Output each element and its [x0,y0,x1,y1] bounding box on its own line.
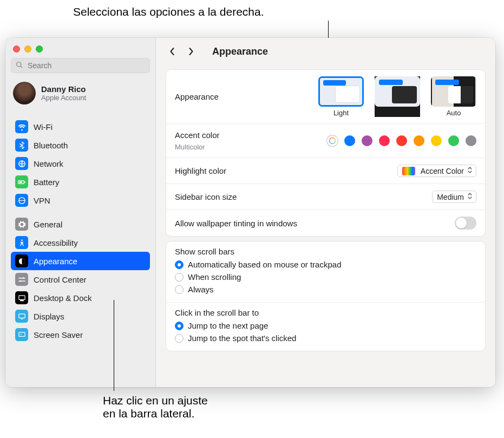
screen-saver-icon [15,328,28,341]
wifi-icon [15,120,28,133]
svg-rect-2 [24,181,25,183]
scrollbars-title: Show scroll bars [166,241,485,258]
svg-point-5 [21,239,23,241]
scrollbars-auto-radio[interactable]: Automatically based on mouse or trackpad [175,258,476,271]
appearance-row: Appearance Light Dark Auto [166,70,485,123]
svg-rect-3 [19,181,22,183]
sidebar: Danny Rico Apple Account Wi‑Fi Bluetooth… [5,38,156,387]
theme-light[interactable]: Light [318,76,364,117]
sidebar-icon-size-select[interactable]: Medium [432,191,476,203]
radio-icon [175,334,184,343]
wallpaper-tinting-row: Allow wallpaper tinting in windows [166,210,485,236]
theme-auto[interactable]: Auto [431,76,476,117]
sidebar-icon-size-label: Sidebar icon size [175,192,237,201]
sidebar-item-label: Control Center [34,275,87,284]
sidebar-item-vpn[interactable]: VPN [11,191,150,210]
settings-window: Danny Rico Apple Account Wi‑Fi Bluetooth… [5,38,495,387]
radio-label: Jump to the spot that's clicked [188,334,296,343]
theme-label: Light [333,109,349,117]
account-row[interactable]: Danny Rico Apple Account [5,79,155,112]
callout-top: Selecciona las opciones a la derecha. [73,5,264,18]
scrollbars-always-radio[interactable]: Always [175,283,476,296]
scrollclick-nextpage-radio[interactable]: Jump to the next page [175,319,476,332]
back-button[interactable] [166,45,179,58]
avatar [13,82,36,104]
minimize-button[interactable] [24,45,31,53]
sidebar-item-label: Battery [34,178,60,187]
content-pane: Appearance Appearance Light Dark [156,38,495,387]
sidebar-item-battery[interactable]: Battery [11,173,150,191]
wallpaper-tinting-toggle[interactable] [455,217,476,230]
highlight-row: Highlight color Accent Color [166,158,485,184]
search-input[interactable] [27,61,145,70]
sidebar-item-label: Appearance [34,257,77,266]
account-name: Danny Rico [41,84,86,94]
accent-label: Accent color [175,130,220,140]
appearance-icon [15,254,28,267]
accessibility-icon [15,236,28,249]
accent-orange[interactable] [414,135,424,146]
sidebar-item-screen-saver[interactable]: Screen Saver [11,325,150,344]
svg-rect-9 [18,295,24,299]
sidebar-list: Wi‑Fi Bluetooth Network Battery VPN [5,112,155,349]
accent-yellow[interactable] [431,135,442,146]
callout-line-top-icon [328,21,329,38]
sidebar-item-label: VPN [34,196,50,205]
radio-icon [175,260,184,269]
scrollbars-scrolling-radio[interactable]: When scrolling [175,271,476,283]
sidebar-item-label: General [34,220,62,229]
accent-sublabel: Multicolor [175,143,220,151]
callout-bottom: Haz clic en un ajuste en la barra latera… [103,394,208,420]
sidebar-item-displays[interactable]: Displays [11,307,150,325]
svg-point-7 [22,277,24,279]
maximize-button[interactable] [36,45,43,53]
highlight-select[interactable]: Accent Color [397,165,476,177]
gear-icon [15,218,28,231]
sidebar-icon-size-row: Sidebar icon size Medium [166,184,485,210]
sliders-icon [15,273,28,286]
toolbar: Appearance [156,38,495,65]
sidebar-item-accessibility[interactable]: Accessibility [11,233,150,252]
accent-green[interactable] [448,135,459,146]
display-icon [15,310,28,323]
sidebar-item-wifi[interactable]: Wi‑Fi [11,117,150,136]
sidebar-item-bluetooth[interactable]: Bluetooth [11,136,150,154]
search-icon [16,61,27,70]
accent-multicolor[interactable] [327,135,338,146]
radio-label: Jump to the next page [188,321,268,330]
scrollclick-spot-radio[interactable]: Jump to the spot that's clicked [175,332,476,344]
sidebar-item-network[interactable]: Network [11,154,150,173]
theme-label: Dark [390,109,404,117]
sidebar-item-desktop-dock[interactable]: Desktop & Dock [11,289,150,307]
accent-red[interactable] [396,135,407,146]
svg-point-8 [19,280,21,282]
svg-rect-10 [19,300,24,301]
svg-point-13 [20,334,21,335]
accent-graphite[interactable] [466,135,476,146]
chevron-updown-icon [467,192,473,201]
accent-pink[interactable] [379,135,390,146]
sidebar-item-label: Bluetooth [34,141,68,150]
sidebar-item-label: Desktop & Dock [34,293,92,303]
accent-purple[interactable] [362,135,372,146]
forward-button[interactable] [184,45,197,58]
callout-line-bottom-icon [114,300,114,391]
accent-row: Accent color Multicolor [166,123,485,158]
radio-icon [175,273,184,282]
close-button[interactable] [13,45,20,53]
highlight-label: Highlight color [175,166,226,175]
page-title: Appearance [212,46,268,57]
svg-rect-11 [18,313,24,318]
radio-icon [175,322,184,330]
radio-label: Always [188,285,214,294]
sidebar-item-control-center[interactable]: Control Center [11,270,150,289]
globe-icon [15,157,28,170]
radio-label: When scrolling [188,272,241,282]
sidebar-item-general[interactable]: General [11,215,150,233]
accent-blue[interactable] [344,135,355,146]
battery-icon [15,175,28,188]
search-field[interactable] [11,58,150,73]
theme-dark[interactable]: Dark [375,76,420,117]
sidebar-item-appearance[interactable]: Appearance [11,252,150,270]
theme-label: Auto [447,109,461,117]
